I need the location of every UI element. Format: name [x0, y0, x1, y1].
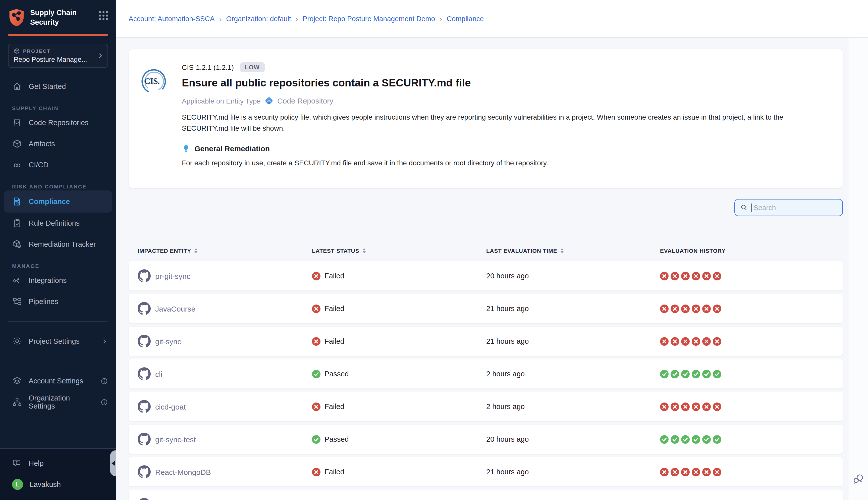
entity-link[interactable]: cicd-goat	[155, 402, 186, 411]
sidebar-item-integrations[interactable]: Integrations	[0, 270, 116, 291]
table-row[interactable]: cicd-goat Failed 2 hours ago	[129, 392, 843, 421]
status-label: Failed	[324, 272, 344, 280]
github-icon	[138, 433, 151, 446]
status-label: Passed	[324, 370, 349, 378]
github-icon	[138, 302, 151, 315]
table-row[interactable]: git-sync Failed 21 hours ago	[129, 327, 843, 356]
sidebar-item-account-settings[interactable]: Account Settings	[0, 370, 116, 391]
entity-link[interactable]: git-sync	[155, 337, 181, 346]
entity-link[interactable]: JavaCourse	[155, 305, 195, 313]
infinity-icon: ∞	[12, 160, 22, 170]
sidebar-item-organization-settings[interactable]: Organization Settings	[0, 391, 116, 412]
sidebar-item-compliance[interactable]: Compliance	[4, 191, 112, 213]
status-icon	[312, 337, 321, 346]
pipelines-icon	[12, 296, 22, 307]
content-area: CIS. CIS-1.2.1 (1.2.1) LOW Ensure all pu…	[116, 38, 843, 500]
rule-id: CIS-1.2.1 (1.2.1)	[182, 63, 234, 71]
impacted-entities-table: IMPACTED ENTITY LATEST STATUS LAST EVALU…	[129, 245, 843, 500]
evaluation-history	[660, 305, 843, 313]
table-row[interactable]: git-sync-test Passed 20 hours ago	[129, 425, 843, 454]
entity-link[interactable]: React-MongoDB	[155, 468, 211, 476]
collapse-arrow-icon	[111, 461, 115, 466]
status-label: Passed	[324, 435, 349, 443]
search-box[interactable]	[734, 199, 843, 216]
evaluation-history	[660, 468, 843, 476]
last-evaluation-time: 20 hours ago	[486, 272, 660, 280]
org-chart-gear-icon	[12, 397, 22, 407]
sort-icon[interactable]	[195, 249, 198, 253]
breadcrumb-account[interactable]: Account: Automation-SSCA	[129, 14, 215, 23]
sidebar-item-project-settings[interactable]: Project Settings	[0, 331, 116, 352]
sidebar-item-pipelines[interactable]: Pipelines	[0, 291, 116, 312]
layers-gear-icon	[12, 376, 22, 386]
table-row[interactable]: cli Passed 2 hours ago	[129, 360, 843, 389]
last-evaluation-time: 21 hours ago	[486, 338, 660, 345]
sidebar-footer: ? Help L Lavakush	[0, 448, 116, 500]
info-icon[interactable]	[101, 398, 108, 406]
evaluation-history	[660, 435, 843, 444]
table-row[interactable]: React-MongoDB Failed 21 hours ago	[129, 457, 843, 487]
integrations-icon	[12, 275, 22, 285]
status-icon	[312, 435, 321, 444]
search-icon	[740, 204, 748, 212]
entity-link[interactable]: git-sync-test	[155, 435, 196, 444]
table-header-row: IMPACTED ENTITY LATEST STATUS LAST EVALU…	[129, 245, 843, 258]
project-label: PROJECT	[23, 48, 50, 54]
sidebar-collapse-handle[interactable]	[110, 450, 116, 476]
sidebar-item-artifacts[interactable]: Artifacts	[0, 133, 116, 154]
help-chat-icon: ?	[12, 458, 22, 468]
cis-logo: CIS.	[141, 67, 169, 95]
sidebar-nav: Get Started SUPPLY CHAIN Code Repositori…	[0, 76, 116, 312]
table-row[interactable]: Passed	[129, 490, 843, 500]
chevron-right-icon	[97, 52, 104, 59]
divider	[8, 361, 108, 361]
status-icon	[312, 370, 321, 378]
sidebar-item-get-started[interactable]: Get Started	[0, 76, 116, 97]
right-gutter	[848, 38, 868, 500]
divider	[8, 321, 108, 322]
rule-title: Ensure all public repositories contain a…	[182, 77, 823, 89]
breadcrumb-organization[interactable]: Organization: default	[226, 14, 291, 23]
user-menu[interactable]: L Lavakush	[0, 474, 116, 495]
svg-text:</>: </>	[267, 100, 271, 103]
evaluation-history	[660, 272, 843, 281]
breadcrumb-separator: ›	[219, 14, 221, 23]
column-header-impacted-entity[interactable]: IMPACTED ENTITY	[138, 248, 312, 254]
github-icon	[138, 367, 151, 380]
column-header-latest-status[interactable]: LATEST STATUS	[312, 248, 486, 254]
sidebar-item-rule-definitions[interactable]: Rule Definitions	[0, 213, 116, 234]
app-header: Supply Chain Security	[0, 0, 116, 32]
rule-detail-card: CIS. CIS-1.2.1 (1.2.1) LOW Ensure all pu…	[129, 49, 843, 188]
code-repository-icon: </>	[264, 96, 274, 105]
github-icon	[138, 466, 151, 479]
status-icon	[312, 305, 321, 313]
gear-icon	[12, 336, 22, 346]
search-input[interactable]	[753, 203, 838, 212]
info-icon[interactable]	[101, 377, 108, 385]
github-icon	[138, 498, 151, 500]
module-switcher-grid-icon[interactable]	[99, 11, 108, 20]
table-row[interactable]: pr-git-sync Failed 20 hours ago	[129, 262, 843, 291]
sidebar-item-help[interactable]: ? Help	[0, 453, 116, 474]
sidebar-item-cicd[interactable]: ∞ CI/CD	[0, 154, 116, 175]
breadcrumb-compliance[interactable]: Compliance	[447, 14, 484, 23]
remediation-box-icon	[12, 239, 22, 249]
sidebar-item-remediation-tracker[interactable]: Remediation Tracker	[0, 234, 116, 255]
rule-description: SECURITY.md file is a security policy fi…	[182, 112, 823, 134]
entity-link[interactable]: cli	[155, 370, 162, 378]
entity-link[interactable]: pr-git-sync	[155, 272, 190, 281]
svg-text:?: ?	[15, 460, 18, 464]
main-area: Account: Automation-SSCA › Organization:…	[116, 0, 868, 500]
column-header-last-evaluation-time[interactable]: LAST EVALUATION TIME	[486, 248, 660, 254]
sidebar-item-code-repositories[interactable]: Code Repositories	[0, 112, 116, 133]
project-cube-icon	[14, 48, 20, 54]
sort-icon[interactable]	[363, 249, 366, 253]
remediation-title: General Remediation	[194, 145, 270, 153]
last-evaluation-time: 2 hours ago	[486, 370, 660, 378]
table-row[interactable]: JavaCourse Failed 21 hours ago	[129, 294, 843, 323]
status-label: Failed	[324, 305, 344, 313]
breadcrumb-project[interactable]: Project: Repo Posture Management Demo	[303, 14, 435, 23]
chat-support-icon[interactable]	[853, 473, 865, 485]
sort-icon[interactable]	[560, 249, 564, 253]
project-selector[interactable]: PROJECT Repo Posture Manage...	[8, 44, 108, 68]
